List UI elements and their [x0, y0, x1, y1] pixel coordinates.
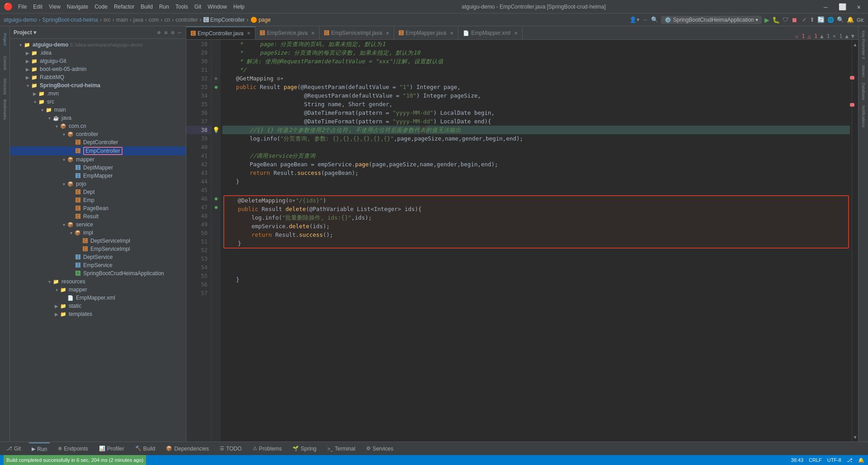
tree-item-pojo[interactable]: ▾ 📦 pojo [10, 180, 186, 188]
encoding[interactable]: UTF-8 [827, 457, 841, 463]
tree-item-springbootapp[interactable]: ▶ 🅰 SpringBootCrudHeimaApplication [10, 269, 186, 277]
tab-empcontroller[interactable]: 🅲 EmpController.java ✕ [186, 27, 255, 39]
cursor-position[interactable]: 38:43 [791, 457, 804, 463]
tab-close-icon[interactable]: ✕ [247, 31, 250, 36]
git-checkmark[interactable]: ✓ [802, 16, 807, 23]
tree-item-mapper[interactable]: ▾ 📦 mapper [10, 155, 186, 164]
menu-git[interactable]: Git [192, 3, 204, 11]
tree-item-empservice[interactable]: ▶ 🅸 EmpService [10, 261, 186, 269]
maven-icon[interactable]: Maven [860, 62, 867, 80]
tree-item-pagebean[interactable]: ▶ 🅲 PageBean [10, 204, 186, 212]
breadcrumb-item-5[interactable]: com [149, 17, 159, 23]
bottom-tab-run[interactable]: ▶ Run [29, 442, 50, 455]
tree-item-controller[interactable]: ▾ 📦 controller [10, 130, 186, 138]
tree-item-result[interactable]: ▶ 🅲 Result [10, 212, 186, 221]
tree-item-deptserviceimpl[interactable]: ▶ 🅲 DeptServiceImpl [10, 237, 186, 245]
tree-item-rabbitmq[interactable]: ▶ 📁 RabbitMQ [10, 73, 186, 81]
coverage-button[interactable]: 🛡 [783, 16, 788, 23]
menu-navigate[interactable]: Navigate [64, 3, 91, 11]
bottom-tab-build[interactable]: 🔨 Build [132, 442, 158, 455]
panel-settings-icon[interactable]: ⚙ [170, 28, 175, 37]
bottom-tab-dependencies[interactable]: 📦 Dependencies [163, 442, 212, 455]
menu-window[interactable]: Window [205, 3, 230, 11]
tree-item-deptcontroller[interactable]: ▶ 🅲 DeptController [10, 138, 186, 146]
tab-empmapper-xml[interactable]: 📄 EmpMapper.xml ✕ [458, 27, 523, 39]
menu-view[interactable]: View [46, 3, 63, 11]
editor-scrollbar[interactable]: ▲ ▼ [852, 40, 858, 442]
tree-item-empmapper-xml[interactable]: ▶ 📄 EmpMapper.xml [10, 294, 186, 302]
panel-minimize-icon[interactable]: — [177, 28, 182, 37]
run-button[interactable]: ▶ [764, 16, 769, 23]
menu-edit[interactable]: Edit [30, 3, 45, 11]
tree-item-static[interactable]: ▶ 📁 static [10, 302, 186, 310]
database-icon[interactable]: Database [860, 80, 867, 103]
run-config[interactable]: ⚙️ SpringBootCrudHeimaApplication ▾ [661, 16, 761, 24]
git-push[interactable]: 🔄 [817, 16, 825, 23]
tree-item-root[interactable]: ▾ 📁 atguigu-demo E:\idea-workspace\atgui… [10, 41, 186, 49]
tree-item-main[interactable]: ▾ 📁 main [10, 106, 186, 114]
bottom-tab-endpoints[interactable]: ⊕ Endpoints [55, 442, 90, 455]
tree-item-emp[interactable]: ▶ 🅲 Emp [10, 196, 186, 204]
breadcrumb-item-empcontroller[interactable]: 🅲 EmpController [203, 17, 245, 23]
expand-down-icon[interactable]: ▼ [851, 33, 854, 39]
menu-run[interactable]: Run [156, 3, 172, 11]
bottom-tab-terminal[interactable]: >_ Terminal [325, 442, 358, 455]
tree-item-src[interactable]: ▾ 📁 src [10, 98, 186, 106]
bottom-tab-services[interactable]: ⚙ Services [363, 442, 396, 455]
breadcrumb-item-2[interactable]: src [104, 17, 111, 23]
tree-item-templates[interactable]: ▶ 📁 templates [10, 310, 186, 318]
key-promoter-icon[interactable]: Key Promoter X [860, 28, 867, 62]
menu-code[interactable]: Code [92, 3, 110, 11]
commit-icon[interactable]: Commit [0, 52, 9, 74]
user-icon[interactable]: 👤▾ [629, 16, 640, 23]
breadcrumb-item-0[interactable]: atguigu-demo [4, 17, 37, 23]
breadcrumb-item-1[interactable]: SpringBoot-crud-heima [42, 17, 98, 23]
tree-item-empmapper[interactable]: ▶ 🅸 EmpMapper [10, 172, 186, 180]
tree-item-deptmapper[interactable]: ▶ 🅸 DeptMapper [10, 164, 186, 172]
bottom-tab-todo[interactable]: ☰ TODO [217, 442, 244, 455]
tab-empmapper[interactable]: 🅸 EmpMapper.java ✕ [394, 27, 458, 39]
collapse-all-icon[interactable]: ≡ [163, 28, 168, 37]
tree-item-com-cn[interactable]: ▾ 📦 com.cn [10, 122, 186, 130]
bookmarks-icon[interactable]: Bookmarks [0, 99, 9, 121]
tab-close-icon-4[interactable]: ✕ [450, 31, 453, 36]
tree-item-boot-web[interactable]: ▶ 📁 boot-web-05-admin [10, 65, 186, 73]
minimize-button[interactable]: — [820, 2, 831, 11]
menu-file[interactable]: File [15, 3, 29, 11]
maximize-button[interactable]: ⬜ [835, 2, 850, 11]
line-ending[interactable]: CRLF [809, 457, 822, 463]
tree-item-deptservice[interactable]: ▶ 🅸 DeptService [10, 253, 186, 261]
tree-item-mapper-res[interactable]: ▾ 📁 mapper [10, 286, 186, 294]
breadcrumb-item-page[interactable]: 🟠 page [250, 17, 271, 23]
menu-build[interactable]: Build [138, 3, 156, 11]
locate-icon[interactable]: ⊕ [156, 28, 161, 37]
structure-icon[interactable]: Structure [0, 75, 9, 98]
bottom-tab-profiler[interactable]: 📊 Profiler [96, 442, 127, 455]
project-icon[interactable]: Project [0, 28, 9, 51]
tree-item-service[interactable]: ▾ 📦 service [10, 221, 186, 229]
tree-item-atguigu-git[interactable]: ▶ 📁 atguigu-Git [10, 57, 186, 65]
tab-close-icon-5[interactable]: ✕ [514, 31, 518, 36]
tab-close-icon-2[interactable]: ✕ [311, 31, 315, 36]
code-content[interactable]: * page: 分页查询的页码, 如果未指定, 默认为1 * pageSize:… [221, 40, 852, 442]
tree-item-impl[interactable]: ▾ 📦 impl [10, 229, 186, 237]
notifications-icon-right[interactable]: Notifications [860, 103, 867, 130]
search-everywhere-icon[interactable]: 🔍 [651, 16, 658, 23]
breadcrumb-item-6[interactable]: cn [165, 17, 170, 23]
bottom-tab-git[interactable]: ⎇ Git [4, 442, 24, 455]
debug-button[interactable]: 🐛 [772, 16, 780, 23]
tab-empserviceimpl[interactable]: 🅲 EmpServiceImpl.java ✕ [320, 27, 394, 39]
tree-item-empcontroller[interactable]: ▶ 🅲 EmpController [10, 146, 186, 155]
tree-item-mvn[interactable]: ▶ 📁 .mvn [10, 89, 186, 98]
code-editor[interactable]: 28 29 30 31 32 33 34 35 36 37 38 39 40 4… [186, 40, 858, 442]
find-icon[interactable]: 🔍 [837, 16, 844, 23]
breadcrumb-item-7[interactable]: controller [175, 17, 198, 23]
tree-item-idea[interactable]: ▶ 📁 .idea [10, 49, 186, 57]
menu-help[interactable]: Help [231, 3, 247, 11]
menu-tools[interactable]: Tools [173, 3, 191, 11]
notifications-icon[interactable]: 🔔 [847, 16, 854, 23]
tree-item-springboot-crud[interactable]: ▾ 📁 SpringBoot-crud-heima [10, 81, 186, 89]
menu-refactor[interactable]: Refactor [111, 3, 137, 11]
back-icon[interactable]: ← [642, 16, 648, 23]
close-button[interactable]: ✕ [854, 2, 864, 11]
